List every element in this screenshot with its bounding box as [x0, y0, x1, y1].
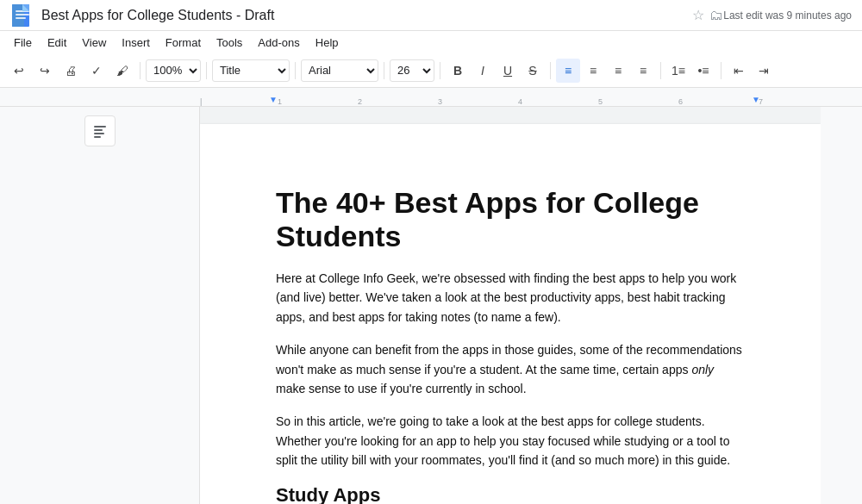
sep2	[206, 62, 207, 79]
star-icon[interactable]: ☆	[692, 7, 704, 23]
ruler-mark-3: 3	[438, 97, 442, 106]
redo-button[interactable]: ↪	[33, 59, 57, 83]
right-sidebar	[821, 107, 862, 504]
indent-increase-button[interactable]: ⇥	[752, 59, 776, 83]
svg-rect-10	[94, 136, 101, 138]
outline-button[interactable]	[84, 115, 116, 146]
sep3	[295, 62, 296, 79]
ordered-list-button[interactable]: 1≡	[666, 59, 690, 83]
paint-format-button[interactable]: 🖌	[110, 59, 134, 83]
menu-help[interactable]: Help	[309, 34, 346, 51]
main-area: The 40+ Best Apps for College Students H…	[0, 107, 862, 504]
menu-file[interactable]: File	[7, 34, 39, 51]
menu-format[interactable]: Format	[159, 34, 208, 51]
format-group: B I U S	[446, 59, 545, 83]
align-center-button[interactable]: ≡	[581, 59, 605, 83]
unordered-list-button[interactable]: •≡	[691, 59, 715, 83]
ruler-mark-4: 4	[518, 97, 522, 106]
ruler-end-indicator: ▼	[752, 95, 760, 104]
align-justify-button[interactable]: ≡	[631, 59, 655, 83]
style-select[interactable]: Title Normal text Heading 1	[212, 59, 290, 82]
menu-tools[interactable]: Tools	[209, 34, 249, 51]
sep6	[550, 62, 551, 79]
folder-icon[interactable]: 🗂	[709, 8, 723, 23]
spellcheck-button[interactable]: ✓	[84, 59, 109, 83]
indent-decrease-button[interactable]: ⇤	[727, 59, 751, 83]
menu-view[interactable]: View	[75, 34, 113, 51]
svg-rect-9	[94, 133, 104, 134]
ruler-mark-5: 5	[598, 97, 603, 106]
ruler-mark-2: 2	[358, 97, 362, 106]
para2-italic: only	[691, 363, 714, 376]
ruler-mark-1: 1	[278, 97, 282, 106]
sep7	[660, 62, 661, 79]
italic-button[interactable]: I	[471, 59, 495, 83]
document-scroll-area[interactable]: The 40+ Best Apps for College Students H…	[200, 107, 821, 504]
size-select[interactable]: 26 12 14 18	[390, 59, 434, 82]
doc-icon	[10, 3, 34, 28]
section-heading-study-apps: Study Apps	[276, 484, 745, 504]
sep5	[440, 62, 440, 79]
undo-button[interactable]: ↩	[7, 59, 31, 83]
sep1	[140, 62, 141, 79]
align-right-button[interactable]: ≡	[606, 59, 630, 83]
ruler-mark-0: |	[200, 97, 202, 106]
print-button[interactable]: 🖨	[59, 59, 83, 83]
list-group: 1≡ •≡	[666, 59, 715, 83]
para2-post: make sense to use if you're currently in…	[276, 382, 527, 395]
bold-button[interactable]: B	[446, 59, 470, 83]
indent-group: ⇤ ⇥	[727, 59, 776, 83]
font-select[interactable]: Arial Times New Roman	[301, 59, 378, 82]
title-bar: Best Apps for College Students - Draft ☆…	[0, 0, 862, 31]
ruler-mark-6: 6	[678, 97, 683, 106]
document-title[interactable]: Best Apps for College Students - Draft	[41, 8, 687, 23]
svg-rect-4	[16, 17, 26, 19]
document-page: The 40+ Best Apps for College Students H…	[200, 124, 821, 504]
menu-insert[interactable]: Insert	[115, 34, 157, 51]
underline-button[interactable]: U	[496, 59, 520, 83]
menu-edit[interactable]: Edit	[41, 34, 73, 51]
ruler: | 1 2 3 4 5 6 7 ▼ ▼	[0, 88, 862, 107]
left-sidebar	[0, 107, 200, 504]
sep8	[721, 62, 721, 79]
ruler-tab-indicator: ▼	[269, 95, 278, 104]
paragraph-3: So in this article, we're going to take …	[276, 412, 745, 470]
svg-rect-8	[94, 129, 103, 131]
sep4	[384, 62, 384, 79]
menu-bar: File Edit View Insert Format Tools Add-o…	[0, 31, 862, 53]
align-group: ≡ ≡ ≡ ≡	[556, 59, 655, 83]
svg-rect-3	[16, 14, 29, 16]
paragraph-1: Here at College Info Geek, we're obsesse…	[276, 269, 745, 327]
svg-rect-7	[94, 126, 106, 128]
document-main-title: The 40+ Best Apps for College Students	[276, 186, 745, 253]
strikethrough-button[interactable]: S	[521, 59, 545, 83]
zoom-select[interactable]: 100% 75% 150%	[146, 59, 201, 82]
last-edit-text: Last edit was 9 minutes ago	[723, 9, 852, 22]
toolbar: ↩ ↪ 🖨 ✓ 🖌 100% 75% 150% Title Normal tex…	[0, 53, 862, 88]
para2-pre: While anyone can benefit from the apps i…	[276, 343, 742, 376]
align-left-button[interactable]: ≡	[556, 59, 580, 83]
paragraph-2: While anyone can benefit from the apps i…	[276, 340, 745, 398]
menu-addons[interactable]: Add-ons	[251, 34, 306, 51]
